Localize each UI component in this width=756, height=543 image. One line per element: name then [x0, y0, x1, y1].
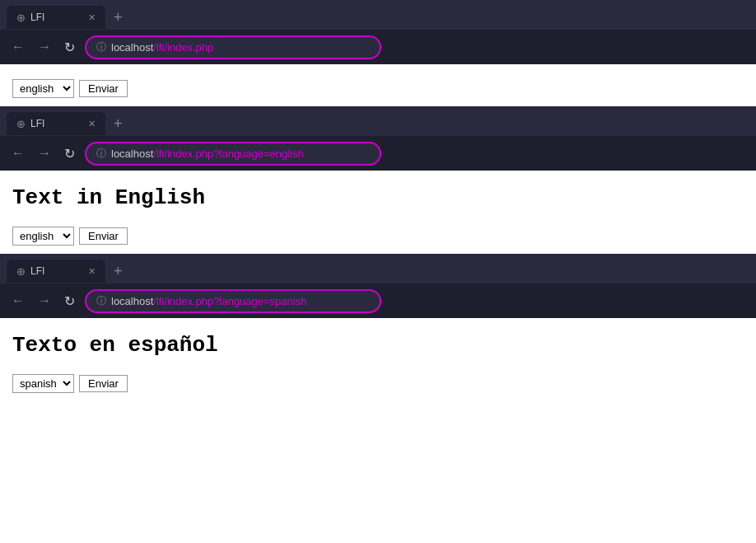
tab-close-2[interactable]: ✕ [88, 119, 96, 129]
submit-btn-1[interactable]: Enviar [79, 80, 128, 97]
tab-bar-1: ⊕ LFI ✕ + [0, 0, 756, 30]
new-tab-btn-1[interactable]: + [109, 10, 128, 25]
refresh-btn-3[interactable]: ↻ [61, 292, 78, 311]
tab-close-1[interactable]: ✕ [88, 12, 96, 23]
browser-tab-2[interactable]: ⊕ LFI ✕ [7, 112, 105, 135]
back-btn-2[interactable]: ← [8, 144, 28, 162]
globe-icon-3: ⊕ [16, 265, 26, 278]
address-bar-2[interactable]: ⓘ localhost/lfi/index.php?language=engli… [85, 142, 381, 166]
english-heading: Text in English [12, 185, 744, 210]
tab-title-2: LFI [30, 118, 83, 129]
tab-title-3: LFI [30, 265, 83, 277]
browser-window-1: ⊕ LFI ✕ + ← → ↻ ⓘ localhost/lfi/index.ph… [0, 0, 756, 64]
language-select-3[interactable]: english spanish [12, 374, 74, 393]
info-icon-3: ⓘ [96, 294, 106, 308]
tab-close-3[interactable]: ✕ [88, 266, 96, 277]
form-row-3: english spanish Enviar [12, 374, 744, 393]
tab-bar-2: ⊕ LFI ✕ + [0, 106, 756, 136]
forward-btn-2[interactable]: → [35, 144, 54, 162]
language-select-1[interactable]: english spanish [12, 79, 74, 98]
globe-icon-2: ⊕ [16, 118, 26, 130]
browser-tab-1[interactable]: ⊕ LFI ✕ [7, 6, 105, 29]
page-section-1: english spanish Enviar [0, 64, 756, 106]
address-bar-3[interactable]: ⓘ localhost/lfi/index.php?language=spani… [85, 289, 381, 313]
info-icon-1: ⓘ [96, 40, 106, 54]
toolbar-1: ← → ↻ ⓘ localhost/lfi/index.php [0, 30, 756, 64]
back-btn-3[interactable]: ← [8, 292, 28, 310]
url-path-1: /lfi/index.php [153, 41, 213, 54]
toolbar-2: ← → ↻ ⓘ localhost/lfi/index.php?language… [0, 136, 756, 171]
refresh-btn-2[interactable]: ↻ [61, 144, 78, 163]
toolbar-3: ← → ↻ ⓘ localhost/lfi/index.php?language… [0, 283, 756, 318]
browser-tab-3[interactable]: ⊕ LFI ✕ [7, 260, 105, 283]
info-icon-2: ⓘ [96, 147, 106, 161]
url-path-3: /lfi/index.php?language=spanish [153, 295, 306, 307]
tab-title-1: LFI [30, 12, 83, 23]
new-tab-btn-3[interactable]: + [109, 264, 128, 279]
forward-btn-3[interactable]: → [35, 292, 54, 310]
spanish-heading: Texto en español [12, 333, 744, 358]
back-btn-1[interactable]: ← [8, 38, 28, 56]
url-text-1: localhost/lfi/index.php [111, 41, 213, 54]
form-row-1: english spanish Enviar [12, 79, 744, 98]
forward-btn-1[interactable]: → [35, 38, 54, 56]
page-section-2: Text in English english spanish Enviar [0, 171, 756, 254]
url-text-2: localhost/lfi/index.php?language=english [111, 147, 304, 160]
submit-btn-2[interactable]: Enviar [79, 227, 128, 245]
address-bar-1[interactable]: ⓘ localhost/lfi/index.php [85, 35, 381, 59]
submit-btn-3[interactable]: Enviar [79, 375, 128, 392]
url-path-2: /lfi/index.php?language=english [153, 147, 304, 160]
globe-icon-1: ⊕ [16, 12, 26, 24]
new-tab-btn-2[interactable]: + [109, 116, 128, 131]
tab-bar-3: ⊕ LFI ✕ + [0, 254, 756, 283]
browser-window-3: ⊕ LFI ✕ + ← → ↻ ⓘ localhost/lfi/index.ph… [0, 254, 756, 318]
url-text-3: localhost/lfi/index.php?language=spanish [111, 295, 306, 307]
language-select-2[interactable]: english spanish [12, 227, 74, 246]
page-section-3: Texto en español english spanish Enviar [0, 318, 756, 401]
refresh-btn-1[interactable]: ↻ [61, 38, 78, 57]
form-row-2: english spanish Enviar [12, 227, 744, 246]
browser-window-2: ⊕ LFI ✕ + ← → ↻ ⓘ localhost/lfi/index.ph… [0, 106, 756, 171]
